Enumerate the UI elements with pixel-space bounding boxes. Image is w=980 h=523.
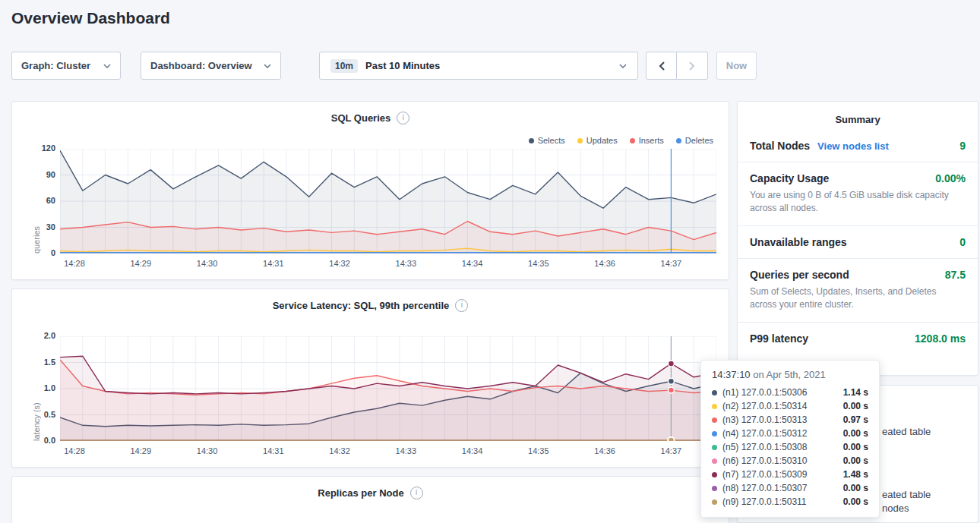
tooltip-node-label: (n9) 127.0.0.1:50311: [722, 496, 807, 507]
x-tick-label: 14:28: [55, 446, 93, 455]
series-color-dot: [630, 138, 635, 143]
legend-item-inserts[interactable]: Inserts: [630, 136, 664, 145]
summary-row-head: Unavailable ranges0: [750, 236, 966, 248]
x-tick-label: 14:30: [188, 446, 226, 455]
y-tick-label: 0: [22, 248, 55, 257]
sql-queries-title: SQL Queries i: [12, 112, 729, 124]
series-color-dot: [712, 431, 717, 436]
y-tick-label: 30: [22, 222, 55, 232]
summary-row-head: Total NodesView nodes list9: [750, 140, 966, 152]
dashboard-dropdown[interactable]: Dashboard: Overview: [141, 52, 281, 80]
info-icon[interactable]: i: [410, 487, 423, 499]
summary-value: 9: [959, 140, 966, 152]
legend-label: Updates: [586, 136, 618, 145]
series-color-dot: [712, 417, 717, 423]
summary-row: Queries per second87.5Sum of Selects, Up…: [738, 259, 978, 323]
y-tick-label: 2.0: [22, 331, 55, 340]
series-color-dot: [712, 445, 717, 450]
crosshair-dot: [668, 361, 674, 367]
chevron-down-icon: [103, 64, 111, 68]
tooltip-node-label: (n2) 127.0.0.1:50314: [722, 401, 807, 411]
tooltip-node-row: (n2) 127.0.0.1:503140.00 s: [712, 399, 868, 413]
summary-row-head: Capacity Usage0.00%: [750, 172, 966, 184]
sql-queries-chart[interactable]: [60, 149, 716, 254]
series-color-dot: [712, 458, 717, 464]
view-nodes-list-link[interactable]: View nodes list: [817, 140, 889, 152]
legend-item-deletes[interactable]: Deletes: [676, 136, 713, 145]
tooltip-node-row: (n7) 127.0.0.1:503091.48 s: [712, 468, 868, 481]
x-tick-label: 14:29: [122, 259, 160, 268]
page-title: Overview Dashboard: [11, 9, 170, 27]
y-tick-label: 90: [22, 170, 55, 179]
summary-label: Unavailable ranges: [750, 236, 847, 248]
tooltip-rows: (n1) 127.0.0.1:503061.14 s(n2) 127.0.0.1…: [712, 386, 868, 509]
chevron-left-icon: [659, 61, 665, 71]
chevron-right-icon: [689, 61, 695, 71]
legend-item-selects[interactable]: Selects: [529, 136, 565, 145]
legend-label: Deletes: [685, 136, 713, 145]
tooltip-node-row: (n8) 127.0.0.1:503070.00 s: [712, 481, 868, 495]
summary-row: Total NodesView nodes list9: [738, 130, 978, 162]
tooltip-time: 14:37:10: [712, 369, 751, 380]
summary-value: 0.00%: [935, 172, 966, 184]
tooltip-node-label: (n4) 127.0.0.1:50312: [722, 428, 807, 439]
series-color-dot: [577, 138, 583, 143]
x-tick-label: 14:32: [321, 446, 359, 455]
y-tick-label: 0.5: [22, 410, 55, 419]
now-button[interactable]: Now: [716, 52, 757, 80]
tooltip-node-label: (n5) 127.0.0.1:50308: [722, 442, 807, 452]
chevron-down-icon: [264, 64, 271, 68]
tooltip-node-value: 0.00 s: [843, 483, 868, 493]
summary-label: Capacity Usage: [750, 172, 829, 184]
series-color-dot: [712, 472, 717, 477]
y-tick-label: 1.5: [22, 358, 55, 367]
event-item-fragment: nodes: [882, 503, 909, 514]
summary-description: You are using 0 B of 4.5 GiB usable disk…: [750, 189, 966, 216]
time-next-button[interactable]: [677, 52, 708, 80]
x-tick-label: 14:33: [387, 446, 425, 455]
info-icon[interactable]: i: [455, 299, 468, 312]
x-tick-label: 14:31: [254, 446, 292, 455]
tooltip-node-value: 0.00 s: [843, 455, 868, 466]
service-latency-chart[interactable]: [60, 336, 716, 441]
x-tick-label: 14:32: [321, 259, 359, 268]
replicas-per-node-title: Replicas per Node i: [12, 487, 729, 499]
chart-title-text: Replicas per Node: [318, 487, 403, 499]
legend-label: Selects: [538, 136, 565, 145]
series-color-dot: [712, 486, 717, 491]
tooltip-node-label: (n1) 127.0.0.1:50306: [722, 387, 807, 398]
summary-row: P99 latency1208.0 ms: [738, 323, 978, 354]
tooltip-node-value: 1.14 s: [843, 387, 868, 398]
x-tick-label: 14:30: [188, 259, 226, 268]
tooltip-node-row: (n6) 127.0.0.1:503100.00 s: [712, 454, 868, 468]
tooltip-node-label: (n8) 127.0.0.1:50307: [722, 483, 807, 493]
summary-value: 87.5: [945, 269, 966, 281]
tooltip-node-row: (n9) 127.0.0.1:503110.00 s: [712, 495, 868, 509]
legend-item-updates[interactable]: Updates: [577, 136, 618, 145]
summary-rows: Total NodesView nodes list9Capacity Usag…: [738, 130, 978, 354]
overview-dashboard-page: Overview Dashboard Graph: Cluster Dashbo…: [0, 0, 980, 523]
tooltip-node-value: 1.48 s: [843, 469, 868, 480]
chart-canvas: [60, 336, 716, 441]
x-tick-label: 14:37: [652, 446, 690, 455]
tooltip-node-row: (n1) 127.0.0.1:503061.14 s: [712, 386, 868, 399]
x-tick-label: 14:37: [652, 259, 690, 268]
event-item-fragment: eated table: [882, 489, 931, 500]
summary-label: Queries per second: [750, 269, 849, 281]
tooltip-node-value: 0.00 s: [843, 428, 868, 439]
summary-value: 1208.0 ms: [915, 332, 966, 345]
replicas-per-node-panel: Replicas per Node i: [11, 476, 729, 523]
summary-title: Summary: [738, 102, 978, 130]
time-range-picker[interactable]: 10m Past 10 Minutes: [319, 52, 638, 80]
time-range-badge: 10m: [330, 59, 358, 73]
x-tick-label: 14:35: [520, 259, 558, 268]
x-tick-label: 14:35: [520, 446, 558, 455]
crosshair-dot: [668, 387, 674, 393]
summary-row: Unavailable ranges0: [738, 226, 978, 259]
tooltip-node-label: (n3) 127.0.0.1:50313: [722, 414, 807, 425]
graph-dropdown[interactable]: Graph: Cluster: [11, 52, 121, 80]
info-icon[interactable]: i: [397, 112, 409, 124]
time-prev-button[interactable]: [646, 52, 677, 80]
time-nav-group: [646, 52, 708, 80]
summary-row: Capacity Usage0.00%You are using 0 B of …: [738, 162, 978, 226]
